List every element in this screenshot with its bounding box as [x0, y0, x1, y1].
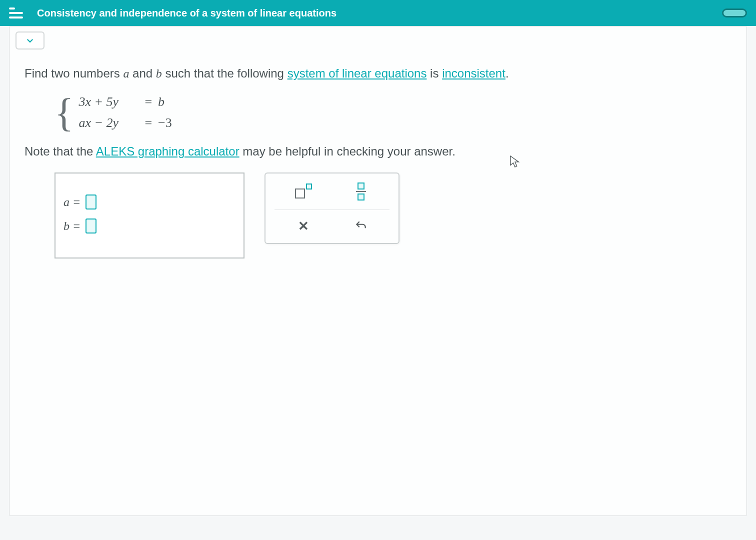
- input-a[interactable]: [86, 194, 96, 210]
- brace-icon: {: [54, 95, 74, 130]
- label-a: a =: [64, 196, 80, 209]
- fraction-tool[interactable]: [348, 180, 374, 202]
- expand-toggle[interactable]: [16, 32, 44, 50]
- clear-button[interactable]: ✕: [290, 215, 317, 237]
- question-card: Find two numbers a and b such that the f…: [9, 26, 747, 516]
- label-b: b =: [64, 220, 80, 233]
- exponent-tool[interactable]: [290, 180, 317, 202]
- input-b[interactable]: [86, 218, 96, 234]
- var-b: b: [156, 67, 162, 80]
- prompt-text: and: [129, 66, 156, 80]
- tool-panel: ✕: [264, 172, 400, 244]
- eq2-eq: =: [144, 116, 152, 130]
- exponent-icon: [295, 184, 312, 198]
- eq2-rhs: −3: [158, 116, 178, 130]
- prompt: Find two numbers a and b such that the f…: [24, 64, 732, 82]
- system-of-equations: { 3x + 5y = b ax − 2y = −3: [54, 94, 732, 130]
- prompt-text: .: [506, 66, 509, 80]
- var-a: a: [123, 67, 129, 80]
- close-icon: ✕: [298, 218, 309, 234]
- link-aleks-calculator[interactable]: ALEKS graphing calculator: [96, 144, 240, 158]
- topbar: Consistency and independence of a system…: [0, 0, 756, 26]
- menu-icon[interactable]: [9, 8, 23, 18]
- eq1-rhs: b: [158, 94, 178, 110]
- answer-row-b: b =: [64, 218, 236, 234]
- prompt-text: such that the following: [162, 66, 288, 80]
- chevron-down-icon: [26, 36, 34, 45]
- eq1-lhs: 3x + 5y: [78, 94, 138, 110]
- status-pill: [722, 8, 747, 18]
- undo-button[interactable]: [348, 215, 374, 237]
- answer-row-a: a =: [64, 194, 236, 210]
- undo-icon: [354, 220, 368, 232]
- equation-1: 3x + 5y = b: [78, 94, 178, 110]
- link-inconsistent[interactable]: inconsistent: [442, 66, 506, 80]
- note: Note that the ALEKS graphing calculator …: [24, 144, 732, 158]
- prompt-text: is: [426, 66, 442, 80]
- equation-2: ax − 2y = −3: [78, 116, 178, 130]
- eq2-lhs: ax − 2y: [78, 116, 138, 130]
- note-text: Note that the: [24, 144, 96, 158]
- fraction-icon: [356, 182, 366, 201]
- page-title: Consistency and independence of a system…: [37, 8, 336, 19]
- eq1-eq: =: [144, 94, 152, 110]
- note-text: may be helpful in checking your answer.: [240, 144, 456, 158]
- prompt-text: Find two numbers: [24, 66, 123, 80]
- answer-box: a = b =: [54, 172, 244, 258]
- link-system-of-linear-equations[interactable]: system of linear equations: [288, 66, 427, 80]
